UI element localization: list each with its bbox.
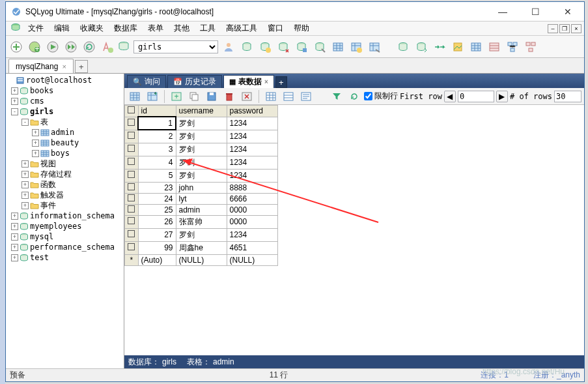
tb-sync1-button[interactable] xyxy=(395,39,411,55)
limit-rows-checkbox[interactable] xyxy=(364,92,372,100)
tb-schema-button[interactable] xyxy=(505,39,520,55)
new-connection-button[interactable] xyxy=(8,39,24,55)
refresh-button[interactable] xyxy=(81,39,97,55)
expand-icon[interactable]: + xyxy=(21,192,29,199)
view-form-button[interactable] xyxy=(281,89,296,104)
expand-icon[interactable]: + xyxy=(21,160,29,168)
tree-node[interactable]: +books xyxy=(6,85,124,96)
tree-node[interactable]: +information_schema xyxy=(6,211,124,221)
expand-icon[interactable]: + xyxy=(32,140,39,147)
tab-history[interactable]: 📅历史记录 xyxy=(167,75,222,88)
cell-username[interactable]: 周鑫he xyxy=(176,241,227,254)
tb-db5-button[interactable] xyxy=(312,39,328,55)
cell-password[interactable]: 4651 xyxy=(227,241,277,254)
cell-password[interactable]: 1234 xyxy=(227,143,277,156)
cell-id[interactable]: 23 xyxy=(138,182,176,193)
cell-password[interactable]: 1234 xyxy=(227,169,277,182)
cell-id[interactable]: 2 xyxy=(138,130,176,143)
cell-id[interactable]: 99 xyxy=(138,241,176,254)
tree-node[interactable]: -girls xyxy=(6,106,124,117)
tree-node[interactable]: root@localhost xyxy=(6,75,124,85)
filter-button[interactable] xyxy=(329,89,344,104)
view-grid-button[interactable] xyxy=(263,89,279,104)
cell-id[interactable]: 25 xyxy=(138,204,176,215)
menu-table[interactable]: 表单 xyxy=(143,22,169,35)
cell-password[interactable]: 8888 xyxy=(227,182,277,193)
menu-edit[interactable]: 编辑 xyxy=(49,22,75,35)
tree-node[interactable]: +触发器 xyxy=(6,190,124,200)
row-selector[interactable] xyxy=(125,193,139,204)
expand-icon[interactable]: + xyxy=(11,244,18,251)
menu-database[interactable]: 数据库 xyxy=(109,22,143,35)
execute-all-button[interactable] xyxy=(63,39,79,55)
cell-password[interactable]: 1234 xyxy=(227,228,277,241)
row-selector[interactable] xyxy=(125,182,139,193)
table-row[interactable]: 27罗剑1234 xyxy=(125,228,278,241)
refresh-grid-button[interactable] xyxy=(346,89,362,104)
tb-query-builder-button[interactable] xyxy=(523,39,539,55)
table-row[interactable]: 4罗剑1234 xyxy=(125,156,278,169)
cell-username[interactable]: 罗剑 xyxy=(176,228,227,241)
tb-db4-button[interactable] xyxy=(294,39,309,55)
cell-id[interactable]: 1 xyxy=(138,117,176,130)
tb-table1-button[interactable] xyxy=(330,39,346,55)
tree-node[interactable]: +mysql xyxy=(6,231,124,242)
export-grid-button[interactable] xyxy=(145,89,160,104)
tree-node[interactable]: +boys xyxy=(6,148,124,158)
cell-password[interactable]: 1234 xyxy=(227,117,277,130)
minimize-button[interactable]: — xyxy=(492,7,514,17)
menu-advanced[interactable]: 高级工具 xyxy=(221,22,262,35)
database-selector[interactable]: girls xyxy=(133,40,218,53)
tb-import-button[interactable] xyxy=(432,39,447,55)
menu-window[interactable]: 窗口 xyxy=(262,22,288,35)
row-selector[interactable] xyxy=(125,117,139,130)
table-row[interactable]: 25admin0000 xyxy=(125,204,278,215)
expand-icon[interactable]: + xyxy=(21,202,29,209)
expand-icon[interactable]: + xyxy=(11,98,18,105)
tb-table3-button[interactable] xyxy=(367,39,382,55)
table-row[interactable]: 2罗剑1234 xyxy=(125,130,278,143)
cell-id[interactable]: 27 xyxy=(138,228,176,241)
tb-db3-button[interactable] xyxy=(275,39,291,55)
cell-username[interactable]: admin xyxy=(176,204,227,215)
prev-page-button[interactable]: ◀ xyxy=(444,91,456,102)
expand-icon[interactable]: + xyxy=(32,129,39,136)
tree-node[interactable]: +myemployees xyxy=(6,221,124,231)
expand-icon[interactable]: + xyxy=(11,233,18,241)
expand-icon[interactable]: + xyxy=(11,254,18,261)
row-selector[interactable] xyxy=(125,204,139,215)
cell-id[interactable]: 4 xyxy=(138,156,176,169)
tree-node[interactable]: +beauty xyxy=(6,138,124,148)
row-selector[interactable] xyxy=(125,241,139,254)
tab-table-data[interactable]: ▦表数据× xyxy=(223,75,274,88)
menu-other[interactable]: 其他 xyxy=(169,22,195,35)
tab-query[interactable]: 🔍询问 xyxy=(127,75,166,88)
insert-row-button[interactable]: + xyxy=(169,89,184,104)
expand-icon[interactable]: + xyxy=(11,87,18,95)
mdi-restore-button[interactable]: ❐ xyxy=(559,24,570,33)
cell-id[interactable]: 3 xyxy=(138,143,176,156)
object-tree[interactable]: root@localhost+books+cms-girls-表+admin+b… xyxy=(6,74,124,368)
column-header[interactable]: password xyxy=(227,106,277,117)
row-selector[interactable] xyxy=(125,156,139,169)
cell-username[interactable]: (NULL) xyxy=(176,254,227,265)
tree-node[interactable]: +cms xyxy=(6,96,124,106)
menu-tools[interactable]: 工具 xyxy=(195,22,221,35)
table-row[interactable]: 26张富帅0000 xyxy=(125,215,278,228)
expand-icon[interactable]: + xyxy=(32,150,39,157)
cell-id[interactable]: 24 xyxy=(138,193,176,204)
tb-grid1-button[interactable] xyxy=(468,39,484,55)
tree-node[interactable]: +存储过程 xyxy=(6,169,124,179)
next-page-button[interactable]: ▶ xyxy=(496,91,508,102)
duplicate-row-button[interactable] xyxy=(186,89,202,104)
new-query-button[interactable]: + xyxy=(27,39,42,55)
cell-id[interactable]: (Auto) xyxy=(138,254,176,265)
mdi-minimize-button[interactable]: – xyxy=(548,24,558,33)
column-header[interactable]: username xyxy=(176,106,227,117)
tree-node[interactable]: +函数 xyxy=(6,179,124,190)
cell-id[interactable]: 5 xyxy=(138,169,176,182)
expand-icon[interactable]: + xyxy=(11,213,18,220)
cell-password[interactable]: 0000 xyxy=(227,204,277,215)
data-grid[interactable]: idusernamepassword1罗剑12342罗剑12343罗剑12344… xyxy=(124,105,278,266)
table-row[interactable]: 3罗剑1234 xyxy=(125,143,278,156)
